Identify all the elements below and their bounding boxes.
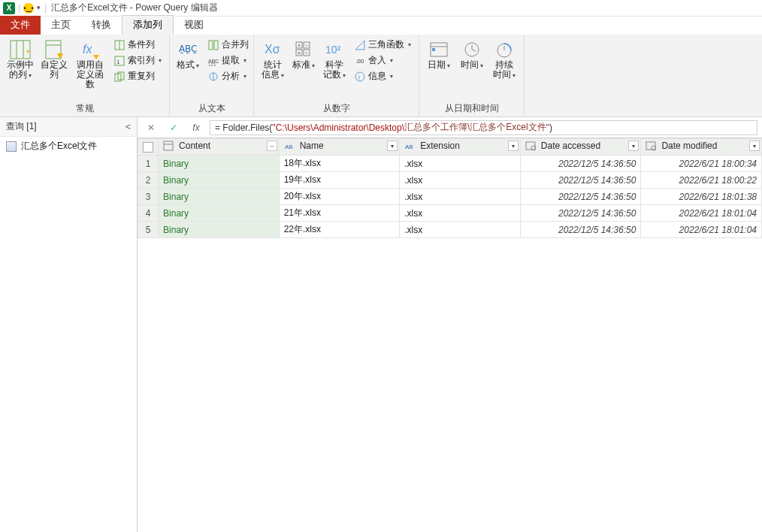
smiley-icon[interactable]: •‿• bbox=[23, 3, 34, 14]
trigonometry-button[interactable]: 三角函数▾ bbox=[351, 38, 414, 52]
cell-date-modified[interactable]: 2022/6/21 18:00:22 bbox=[641, 172, 762, 189]
parse-button[interactable]: 分析▾ bbox=[204, 69, 252, 83]
chevron-down-icon: ▾ bbox=[159, 57, 162, 64]
cell-date-accessed[interactable]: 2022/12/5 14:36:50 bbox=[520, 222, 641, 238]
tab-view[interactable]: 视图 bbox=[174, 16, 214, 35]
svg-rect-0 bbox=[11, 41, 30, 59]
accept-formula-button[interactable]: ✓ bbox=[165, 120, 183, 135]
svg-text:.00: .00 bbox=[355, 58, 364, 65]
select-all-corner[interactable] bbox=[138, 139, 159, 156]
collapse-sidebar-icon[interactable]: < bbox=[125, 122, 131, 132]
chevron-down-icon: ▾ bbox=[390, 73, 393, 80]
cell-extension[interactable]: .xlsx bbox=[400, 172, 521, 189]
expand-column-icon[interactable]: ↔ bbox=[267, 141, 277, 151]
chevron-down-icon: ▾ bbox=[243, 73, 246, 80]
cell-name[interactable]: 22年.xlsx bbox=[279, 222, 400, 238]
cell-content[interactable]: Binary bbox=[159, 172, 280, 189]
cancel-formula-button[interactable]: ✕ bbox=[142, 120, 160, 135]
cell-date-modified[interactable]: 2022/6/21 18:01:04 bbox=[641, 222, 762, 238]
cell-name[interactable]: 21年.xlsx bbox=[279, 205, 400, 222]
row-number[interactable]: 2 bbox=[138, 172, 159, 189]
cell-date-accessed[interactable]: 2022/12/5 14:36:50 bbox=[520, 189, 641, 205]
cell-extension[interactable]: .xlsx bbox=[400, 189, 521, 205]
formula-bar: ✕ ✓ fx = Folder.Files("C:\Users\Administ… bbox=[138, 117, 762, 138]
invoke-function-button[interactable]: fx 调用自定义函数 bbox=[72, 38, 107, 91]
filter-dropdown-icon[interactable]: ▾ bbox=[628, 141, 639, 151]
time-button[interactable]: 时间▾ bbox=[457, 38, 487, 72]
svg-marker-8 bbox=[93, 55, 99, 59]
duration-button[interactable]: 持续时间▾ bbox=[489, 38, 519, 82]
tab-add-column[interactable]: 添加列 bbox=[122, 15, 174, 35]
rounding-button[interactable]: .00舍入▾ bbox=[351, 53, 414, 68]
queries-sidebar: 查询 [1] < 汇总多个Excel文件 bbox=[0, 117, 138, 532]
cell-content[interactable]: Binary bbox=[159, 205, 280, 222]
tab-transform[interactable]: 转换 bbox=[81, 16, 122, 35]
cell-extension[interactable]: .xlsx bbox=[400, 222, 521, 238]
text-type-icon: AB bbox=[404, 141, 416, 151]
row-number[interactable]: 5 bbox=[138, 222, 159, 238]
filter-dropdown-icon[interactable]: ▾ bbox=[508, 141, 519, 151]
formula-input[interactable]: = Folder.Files("C:\Users\Administrator\D… bbox=[210, 120, 757, 135]
cell-date-modified[interactable]: 2022/6/21 18:00:34 bbox=[641, 156, 762, 172]
custom-column-button[interactable]: 自定义列 bbox=[38, 38, 69, 81]
date-button[interactable]: 日期▾ bbox=[424, 38, 454, 72]
merge-columns-button[interactable]: 合并列 bbox=[204, 38, 252, 52]
statistics-button[interactable]: Xσ 统计信息▾ bbox=[259, 38, 286, 82]
datetime-type-icon bbox=[525, 141, 537, 151]
ribbon-tabs: 文件 主页 转换 添加列 视图 bbox=[0, 17, 762, 35]
cell-name[interactable]: 19年.xlsx bbox=[279, 172, 400, 189]
chevron-down-icon: ▾ bbox=[196, 62, 199, 69]
cell-date-modified[interactable]: 2022/6/21 18:01:38 bbox=[641, 189, 762, 205]
table-row[interactable]: 2Binary19年.xlsx.xlsx2022/12/5 14:36:5020… bbox=[138, 172, 762, 189]
group-label-general: 常规 bbox=[5, 101, 165, 115]
column-header-content[interactable]: Content ↔ bbox=[159, 139, 280, 156]
table-row[interactable]: 4Binary21年.xlsx.xlsx2022/12/5 14:36:5020… bbox=[138, 205, 762, 222]
filter-dropdown-icon[interactable]: ▾ bbox=[387, 141, 398, 151]
tab-home[interactable]: 主页 bbox=[41, 16, 81, 35]
table-row[interactable]: 5Binary22年.xlsx.xlsx2022/12/5 14:36:5020… bbox=[138, 222, 762, 238]
cell-extension[interactable]: .xlsx bbox=[400, 205, 521, 222]
cell-date-accessed[interactable]: 2022/12/5 14:36:50 bbox=[520, 172, 641, 189]
cell-date-accessed[interactable]: 2022/12/5 14:36:50 bbox=[520, 205, 641, 222]
table-row[interactable]: 1Binary18年.xlsx.xlsx2022/12/5 14:36:5020… bbox=[138, 156, 762, 172]
format-button[interactable]: A̱ḆC̱ 格式▾ bbox=[174, 38, 201, 72]
cell-extension[interactable]: .xlsx bbox=[400, 156, 521, 172]
row-number[interactable]: 3 bbox=[138, 189, 159, 205]
queries-title: 查询 [1] bbox=[6, 120, 37, 133]
duplicate-column-button[interactable]: 重复列 bbox=[110, 69, 165, 83]
cell-date-accessed[interactable]: 2022/12/5 14:36:50 bbox=[520, 156, 641, 172]
column-header-extension[interactable]: ABExtension ▾ bbox=[400, 139, 521, 156]
qa-dropdown-icon[interactable]: ▼ bbox=[35, 5, 41, 11]
chevron-down-icon: ▾ bbox=[480, 62, 483, 69]
column-header-name[interactable]: ABName ▾ bbox=[279, 139, 400, 156]
cell-content[interactable]: Binary bbox=[159, 222, 280, 238]
scientific-button[interactable]: 10² 科学记数▾ bbox=[320, 38, 348, 82]
query-item[interactable]: 汇总多个Excel文件 bbox=[0, 137, 137, 156]
index-column-button[interactable]: 1索引列▾ bbox=[110, 53, 165, 68]
cell-name[interactable]: 18年.xlsx bbox=[279, 156, 400, 172]
cell-name[interactable]: 20年.xlsx bbox=[279, 189, 400, 205]
row-number[interactable]: 1 bbox=[138, 156, 159, 172]
cell-content[interactable]: Binary bbox=[159, 189, 280, 205]
column-header-date-modified[interactable]: Date modified ▾ bbox=[641, 139, 762, 156]
filter-dropdown-icon[interactable]: ▾ bbox=[749, 141, 760, 151]
chevron-down-icon: ▾ bbox=[243, 57, 246, 64]
svg-text:AB: AB bbox=[405, 144, 413, 150]
duplicate-column-icon bbox=[113, 71, 125, 83]
conditional-column-button[interactable]: 条件列 bbox=[110, 38, 165, 52]
column-from-examples-button[interactable]: 示例中的列▾ bbox=[5, 38, 35, 82]
cell-content[interactable]: Binary bbox=[159, 156, 280, 172]
svg-text:+: + bbox=[298, 43, 301, 48]
extract-button[interactable]: ABC123提取▾ bbox=[204, 53, 252, 68]
row-number[interactable]: 4 bbox=[138, 205, 159, 222]
fx-icon[interactable]: fx bbox=[187, 120, 205, 135]
column-header-date-accessed[interactable]: Date accessed ▾ bbox=[520, 139, 641, 156]
standard-button[interactable]: +−×÷ 标准▾ bbox=[289, 38, 317, 72]
cell-date-modified[interactable]: 2022/6/21 18:01:04 bbox=[641, 205, 762, 222]
table-row[interactable]: 3Binary20年.xlsx.xlsx2022/12/5 14:36:5020… bbox=[138, 189, 762, 205]
merge-icon bbox=[207, 39, 219, 51]
data-grid[interactable]: Content ↔ ABName ▾ ABExtension ▾ Date bbox=[138, 138, 762, 532]
tab-file[interactable]: 文件 bbox=[0, 16, 41, 35]
svg-text:123: 123 bbox=[208, 62, 216, 66]
information-button[interactable]: i信息▾ bbox=[351, 69, 414, 83]
